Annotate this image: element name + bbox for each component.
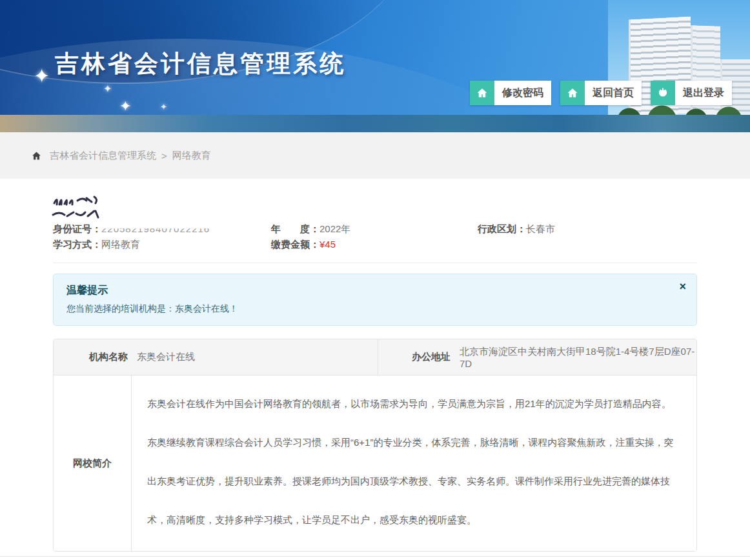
- return-home-label: 返回首页: [585, 81, 642, 105]
- logout-button[interactable]: 退出登录: [651, 81, 732, 105]
- breadcrumb-current[interactable]: 网络教育: [172, 150, 211, 162]
- org-address-value: 北京市海淀区中关村南大街甲18号院1-4号楼7层D座07-7D: [460, 346, 696, 369]
- org-intro-row: 网校简介 东奥会计在线作为中国会计网络教育的领航者，以市场需求为导向，学员满意为…: [54, 375, 696, 551]
- year-label: 年 度：: [271, 223, 319, 234]
- org-name-cell: 机构名称 东奥会计在线: [54, 339, 378, 375]
- logout-label: 退出登录: [675, 81, 732, 105]
- power-icon: [651, 81, 675, 105]
- change-password-label: 修改密码: [494, 81, 551, 105]
- notice-message: 您当前选择的培训机构是：东奥会计在线！: [66, 303, 684, 315]
- main-content: 身份证号：220582198407022216 年 度：2022年 行政区划：长…: [0, 189, 750, 560]
- notice-title: 温馨提示: [66, 284, 684, 297]
- redaction-scribble: [49, 192, 120, 221]
- study-method-label: 学习方式：: [53, 239, 101, 250]
- org-address-cell: 办公地址 北京市海淀区中关村南大街甲18号院1-4号楼7层D座07-7D: [378, 339, 696, 375]
- fee-value: ¥45: [319, 239, 336, 250]
- scenery-strip: [0, 115, 750, 132]
- org-intro-label: 网校简介: [54, 375, 132, 551]
- sparkle-icon: ✦: [119, 98, 131, 115]
- year-field: 年 度：2022年: [271, 223, 478, 235]
- user-name-redacted: [53, 189, 697, 223]
- home-icon: [560, 81, 585, 105]
- region-value: 长春市: [526, 223, 555, 234]
- org-header-row: 机构名称 东奥会计在线 办公地址 北京市海淀区中关村南大街甲18号院1-4号楼7…: [54, 339, 696, 375]
- sparkle-icon: ✦: [160, 102, 167, 112]
- org-table: 机构名称 东奥会计在线 办公地址 北京市海淀区中关村南大街甲18号院1-4号楼7…: [53, 339, 697, 552]
- home-icon: [31, 150, 42, 161]
- year-value: 2022年: [319, 223, 350, 234]
- fee-field: 缴费金额：¥45: [271, 238, 478, 251]
- footer-divider: [0, 556, 750, 557]
- profile-info: 身份证号：220582198407022216 年 度：2022年 行政区划：长…: [53, 223, 697, 263]
- notice-box: 温馨提示 您当前选择的培训机构是：东奥会计在线！ ×: [53, 274, 697, 326]
- breadcrumb-separator: >: [161, 150, 167, 161]
- org-address-label: 办公地址: [412, 351, 451, 363]
- home-icon: [470, 81, 494, 105]
- study-method-field: 学习方式：网络教育: [53, 238, 271, 251]
- sparkle-icon: ✦: [34, 65, 50, 87]
- return-home-button[interactable]: 返回首页: [560, 81, 642, 105]
- org-name-label: 机构名称: [89, 351, 128, 363]
- site-title: 吉林省会计信息管理系统: [55, 48, 346, 80]
- study-method-value: 网络教育: [101, 239, 140, 250]
- org-intro-text: 东奥会计在线作为中国会计网络教育的领航者，以市场需求为导向，学员满意为宗旨，用2…: [132, 375, 696, 551]
- header-banner: 吉林省会计信息管理系统 ✦ ✦ ✦ ✦ 修改密码 返回首页 退出登录: [0, 0, 750, 115]
- breadcrumb: 吉林省会计信息管理系统 > 网络教育: [0, 132, 750, 179]
- breadcrumb-root[interactable]: 吉林省会计信息管理系统: [50, 150, 156, 162]
- fee-label: 缴费金额：: [271, 239, 319, 250]
- section-divider: [53, 263, 697, 263]
- id-number-label: 身份证号：: [53, 223, 101, 234]
- close-icon[interactable]: ×: [679, 281, 686, 292]
- id-number-value: 220582198407022216: [101, 223, 210, 235]
- org-name-value: 东奥会计在线: [137, 351, 195, 363]
- region-field: 行政区划：长春市: [478, 223, 697, 235]
- change-password-button[interactable]: 修改密码: [470, 81, 551, 105]
- region-label: 行政区划：: [478, 223, 526, 234]
- id-number-field: 身份证号：220582198407022216: [53, 223, 271, 235]
- sparkle-icon: ✦: [103, 83, 112, 95]
- header-actions: 修改密码 返回首页 退出登录: [470, 81, 732, 105]
